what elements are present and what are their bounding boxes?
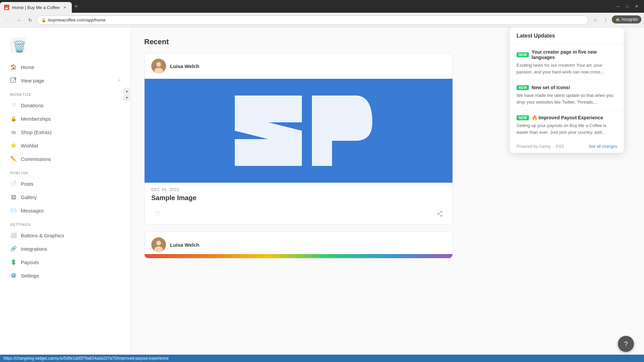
- membership-icon: 🔒: [10, 115, 17, 122]
- post-author-2: Luisa Welch: [170, 242, 199, 248]
- toolbar-actions: ☆ ⋮ 🕵 Incognito: [590, 15, 641, 25]
- avatar-svg-2: [151, 237, 166, 252]
- posts-icon: 📄: [10, 180, 17, 187]
- powered-by-label: Powered by Canny: [517, 144, 550, 149]
- sidebar-item-integrations[interactable]: 🔗 Integrations: [0, 242, 130, 255]
- main-content: Recent Luisa Welch: [131, 27, 644, 362]
- sidebar-view-page-label: View page: [21, 78, 44, 83]
- sidebar-item-gallery[interactable]: 🖼 Gallery: [0, 190, 130, 204]
- updates-footer: Powered by Canny · RSS See all changes: [510, 140, 624, 153]
- recent-title: Recent: [144, 38, 453, 46]
- svg-text:🗑️: 🗑️: [13, 40, 26, 53]
- sidebar-item-wishlist[interactable]: ⭐ Wishlist: [0, 139, 130, 152]
- sidebar-scroll-up[interactable]: ▲: [124, 88, 130, 94]
- update-item-2-title: New set of Icons!: [532, 85, 570, 90]
- incognito-label: Incognito: [622, 17, 638, 22]
- sidebar-shop-label: Shop (Extras): [21, 129, 52, 135]
- sidebar-item-memberships[interactable]: 🔒 Memberships: [0, 112, 130, 125]
- update-item-3-text: Setting up your payouts on Buy Me a Coff…: [517, 122, 617, 135]
- bmc-logo: 🗑️: [10, 38, 26, 54]
- updates-popup: Latest Updates NEW Your creator page in …: [510, 27, 624, 153]
- post-header-2: Luisa Welch: [145, 232, 452, 257]
- url-text: buymeacoffee.com/app/home: [48, 17, 106, 22]
- sidebar-item-home[interactable]: 🏠 Home: [0, 60, 130, 74]
- close-button[interactable]: ✕: [633, 3, 640, 10]
- update-item-1[interactable]: NEW Your creator page in five new langua…: [510, 45, 624, 80]
- content-inner: Recent Luisa Welch: [131, 27, 466, 275]
- svg-line-11: [439, 212, 441, 214]
- svg-point-8: [441, 211, 442, 213]
- restore-button[interactable]: □: [624, 3, 631, 10]
- tab-close-button[interactable]: ✕: [62, 5, 68, 10]
- rss-label[interactable]: RSS: [556, 144, 564, 149]
- update-item-1-title: Your creator page in five new languages: [532, 49, 617, 60]
- payouts-icon: 💲: [10, 259, 17, 265]
- update-item-2[interactable]: NEW New set of Icons! We have made the l…: [510, 80, 624, 110]
- home-icon: 🏠: [10, 64, 17, 70]
- new-badge-3: NEW: [517, 115, 529, 120]
- see-all-changes-link[interactable]: See all changes: [589, 144, 617, 149]
- minimize-button[interactable]: ─: [614, 3, 621, 10]
- post-image-2-preview: [145, 254, 452, 258]
- sidebar-scroll-down[interactable]: ▼: [124, 95, 130, 101]
- back-button[interactable]: ←: [3, 15, 12, 25]
- sidebar-item-messages[interactable]: ✉️ Messages: [0, 204, 130, 217]
- sidebar-scroll-area: 🗑️ 🏠 Home View page ↗: [0, 27, 130, 362]
- window-controls: ─ □ ✕: [610, 0, 644, 13]
- lock-icon: 🔒: [41, 18, 46, 22]
- sidebar-memberships-label: Memberships: [21, 116, 51, 122]
- sidebar-logo-area: 🗑️: [0, 34, 130, 60]
- browser-menu-button[interactable]: ⋮: [601, 15, 610, 25]
- sidebar-item-view-page[interactable]: View page ↗: [0, 74, 130, 87]
- post-actions-1: ♡: [145, 204, 452, 225]
- heart-icon: ♡: [10, 102, 17, 109]
- sidebar-item-buttons-graphics[interactable]: ⬜ Buttons & Graphics: [0, 229, 130, 242]
- sidebar-messages-label: Messages: [21, 208, 44, 214]
- bookmark-button[interactable]: ☆: [590, 15, 600, 25]
- sidebar-buttons-label: Buttons & Graphics: [21, 233, 64, 238]
- sidebar-item-donations[interactable]: ♡ Donations: [0, 99, 130, 112]
- new-tab-button[interactable]: +: [72, 3, 81, 10]
- sidebar-section-settings: SETTINGS: [0, 217, 130, 229]
- shop-icon: 🛍: [10, 129, 17, 135]
- like-button-1[interactable]: ♡: [151, 208, 163, 220]
- logo-svg: 🗑️: [10, 38, 26, 54]
- sidebar-item-commissions[interactable]: ✏️ Commissions: [0, 152, 130, 166]
- forward-button[interactable]: →: [14, 15, 23, 25]
- browser-titlebar: ☕ Home | Buy Me a Coffee ✕ + ─ □ ✕: [0, 0, 644, 13]
- post-header-1: Luisa Welch: [145, 53, 452, 79]
- active-tab[interactable]: ☕ Home | Buy Me a Coffee ✕: [0, 2, 72, 13]
- sidebar-posts-label: Posts: [21, 181, 34, 187]
- settings-icon: ⚙️: [10, 272, 17, 279]
- sidebar-item-payouts[interactable]: 💲 Payouts: [0, 255, 130, 269]
- svg-point-14: [156, 241, 161, 245]
- view-page-icon-svg: [10, 77, 16, 83]
- sidebar-item-shop[interactable]: 🛍 Shop (Extras): [0, 125, 130, 139]
- update-item-2-text: We have made the latest update so that w…: [517, 92, 617, 105]
- sidebar-integrations-label: Integrations: [21, 246, 47, 252]
- incognito-button[interactable]: 🕵 Incognito: [612, 15, 641, 23]
- help-icon: ?: [624, 340, 628, 348]
- sidebar-item-settings[interactable]: ⚙️ Settings: [0, 269, 130, 282]
- post-title-1: Sample Image: [151, 194, 446, 202]
- browser-toolbar: ← → ↻ 🔒 buymeacoffee.com/app/home ☆ ⋮ 🕵 …: [0, 13, 644, 27]
- share-button-1[interactable]: [434, 208, 446, 220]
- refresh-button[interactable]: ↻: [25, 15, 35, 25]
- help-button[interactable]: ?: [618, 336, 634, 352]
- svg-rect-2: [11, 78, 15, 82]
- integrations-icon: 🔗: [10, 245, 17, 252]
- post-card-1: Luisa Welch DEC 04, 2023 Sample Image: [144, 53, 453, 225]
- post-author-1: Luisa Welch: [170, 63, 199, 69]
- sidebar-commissions-label: Commissions: [21, 156, 51, 162]
- view-page-external-icon: ↗: [117, 78, 120, 83]
- tab-title: Home | Buy Me a Coffee: [12, 5, 60, 10]
- sidebar-item-posts[interactable]: 📄 Posts: [0, 177, 130, 190]
- update-item-2-header: NEW New set of Icons!: [517, 85, 617, 90]
- incognito-icon: 🕵: [615, 17, 620, 22]
- address-bar[interactable]: 🔒 buymeacoffee.com/app/home: [37, 15, 588, 25]
- update-item-3-header: NEW 🔥 Improved Payout Experience: [517, 115, 617, 120]
- sidebar-gallery-label: Gallery: [21, 194, 37, 200]
- sidebar-wishlist-label: Wishlist: [21, 143, 38, 148]
- tab-favicon: ☕: [4, 5, 9, 10]
- update-item-3[interactable]: NEW 🔥 Improved Payout Experience Setting…: [510, 110, 624, 140]
